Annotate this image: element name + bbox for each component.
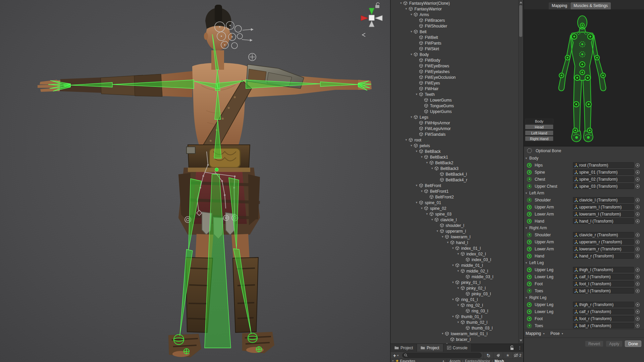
scroll-down-icon[interactable] bbox=[520, 340, 522, 342]
tree-item-bracer-l[interactable]: bracer_l bbox=[391, 337, 519, 342]
pose-menu[interactable]: Pose ▼ bbox=[550, 331, 564, 336]
tab-muscles-settings[interactable]: Muscles & Settings bbox=[571, 2, 611, 9]
tree-item-fwshoulder[interactable]: FWShoulder bbox=[391, 23, 519, 29]
tree-item-middle-01-l[interactable]: ▼middle_01_l bbox=[391, 262, 519, 268]
tree-item-root[interactable]: ▼root bbox=[391, 137, 519, 143]
bone-object-field[interactable]: thigh_r (Transform) bbox=[573, 302, 634, 307]
tree-item-fweyebrows[interactable]: FWEyeBrows bbox=[391, 63, 519, 69]
tree-item-beltfront[interactable]: ▼BeltFront bbox=[391, 183, 519, 188]
tree-item-shoulder-l[interactable]: shoulder_l bbox=[391, 223, 519, 228]
foldout-icon[interactable]: ▼ bbox=[451, 297, 455, 302]
foldout-icon[interactable]: ▼ bbox=[425, 160, 429, 166]
tree-item-ring-02-l[interactable]: ▼ring_02_l bbox=[391, 302, 519, 308]
create-asset-button[interactable]: +▼ bbox=[392, 353, 400, 358]
bone-object-field[interactable]: lowerarm_r (Transform) bbox=[573, 246, 634, 252]
object-picker-icon[interactable] bbox=[636, 233, 640, 237]
object-picker-icon[interactable] bbox=[636, 219, 640, 223]
foldout-icon[interactable]: ▼ bbox=[409, 12, 414, 17]
bone-section-body[interactable]: ▼Body bbox=[524, 155, 644, 162]
foldout-icon[interactable]: ▼ bbox=[440, 234, 445, 240]
object-picker-icon[interactable] bbox=[636, 324, 640, 328]
bone-object-field[interactable]: upperarm_r (Transform) bbox=[573, 239, 634, 245]
foldout-icon[interactable]: ▼ bbox=[430, 217, 434, 223]
search-field[interactable] bbox=[402, 353, 482, 358]
tree-item-index-01-l[interactable]: ▼index_01_l bbox=[391, 245, 519, 251]
search-input[interactable] bbox=[409, 353, 480, 357]
tree-item-belt[interactable]: ▼Belt bbox=[391, 29, 519, 35]
tree-item-lowerarm-l[interactable]: ▼lowerarm_l bbox=[391, 234, 519, 240]
tree-item-beltback4-l[interactable]: BeltBack4_l bbox=[391, 171, 519, 177]
tree-item-beltback2[interactable]: ▼BeltBack2 bbox=[391, 160, 519, 166]
object-picker-icon[interactable] bbox=[636, 205, 640, 209]
object-picker-icon[interactable] bbox=[636, 198, 640, 202]
tree-item-fwskirt[interactable]: FWSkirt bbox=[391, 46, 519, 52]
tree-item-beltfront1[interactable]: ▼BeltFront1 bbox=[391, 188, 519, 194]
tree-item-pinky-02-l[interactable]: ▼pinky_02_l bbox=[391, 285, 519, 291]
favorite-star-icon[interactable]: ★ bbox=[503, 352, 513, 359]
tree-item-thumb-02-l[interactable]: ▼thumb_02_l bbox=[391, 319, 519, 325]
tree-item-hand-l[interactable]: ▼hand_l bbox=[391, 240, 519, 245]
foldout-icon[interactable]: ▼ bbox=[420, 154, 424, 160]
tree-item-body[interactable]: ▼Body bbox=[391, 52, 519, 57]
tree-item-beltback1[interactable]: ▼BeltBack1 bbox=[391, 154, 519, 160]
collapse-icon[interactable]: ▲ bbox=[442, 359, 445, 362]
object-picker-icon[interactable] bbox=[636, 303, 640, 307]
tree-item-middle-03-l[interactable]: middle_03_l bbox=[391, 274, 519, 280]
foldout-icon[interactable]: ▼ bbox=[409, 52, 414, 57]
tree-item-ring-03-l[interactable]: ring_03_l bbox=[391, 308, 519, 314]
foldout-icon[interactable]: ▼ bbox=[525, 157, 528, 160]
tree-item-fwhair[interactable]: FWHair bbox=[391, 86, 519, 92]
bone-object-field[interactable]: clavicle_r (Transform) bbox=[573, 232, 634, 238]
foldout-icon[interactable]: ▼ bbox=[451, 314, 455, 319]
bone-object-field[interactable]: lowerarm_l (Transform) bbox=[573, 211, 634, 217]
tree-item-fwsandals[interactable]: FWSandals bbox=[391, 131, 519, 137]
bone-object-field[interactable]: clavicle_l (Transform) bbox=[573, 197, 634, 203]
mapping-menu[interactable]: Mapping ▼ bbox=[526, 331, 545, 336]
object-picker-icon[interactable] bbox=[636, 254, 640, 258]
object-picker-icon[interactable] bbox=[636, 212, 640, 216]
foldout-icon[interactable]: ▼ bbox=[409, 114, 414, 120]
tree-item-arms[interactable]: ▼Arms bbox=[391, 12, 519, 17]
tree-item-fwbelt[interactable]: FWBelt bbox=[391, 35, 519, 40]
tree-item-pelvis[interactable]: ▼pelvis bbox=[391, 143, 519, 148]
bone-object-field[interactable]: foot_r (Transform) bbox=[573, 316, 634, 321]
tree-item-lowergums[interactable]: LowerGums bbox=[391, 97, 519, 103]
tree-item-fweyes[interactable]: FWEyes bbox=[391, 80, 519, 86]
foldout-icon[interactable]: ▼ bbox=[525, 261, 528, 264]
done-button[interactable]: Done bbox=[625, 341, 641, 347]
foldout-icon[interactable]: ▼ bbox=[451, 245, 455, 251]
part-button-right-hand[interactable]: Right Hand bbox=[525, 136, 553, 141]
tree-item-ring-01-l[interactable]: ▼ring_01_l bbox=[391, 297, 519, 302]
part-button-head[interactable]: Head bbox=[525, 124, 553, 129]
bone-section-left-arm[interactable]: ▼Left Arm bbox=[524, 190, 644, 196]
object-picker-icon[interactable] bbox=[636, 289, 640, 293]
foldout-icon[interactable]: ▼ bbox=[404, 6, 409, 12]
foldout-icon[interactable]: ▼ bbox=[525, 192, 528, 195]
foldout-icon[interactable]: ▼ bbox=[456, 285, 461, 291]
scene-canvas[interactable] bbox=[0, 0, 390, 362]
tree-item-beltback3[interactable]: ▼BeltBack3 bbox=[391, 166, 519, 171]
favorites-section[interactable]: ▼ ★ Favorites ▲ bbox=[391, 359, 447, 362]
foldout-icon[interactable]: ▼ bbox=[435, 228, 440, 234]
label-icon[interactable] bbox=[493, 352, 503, 359]
lock-icon[interactable] bbox=[510, 346, 514, 350]
bone-object-field[interactable]: upperarm_l (Transform) bbox=[573, 204, 634, 210]
foldout-icon[interactable]: ▼ bbox=[525, 296, 528, 299]
breadcrumb-assets[interactable]: Assets bbox=[449, 359, 461, 362]
bone-object-field[interactable]: spine_01 (Transform) bbox=[573, 169, 634, 175]
tree-item-fweyelashes[interactable]: FWEyelashes bbox=[391, 69, 519, 74]
bone-object-field[interactable]: calf_l (Transform) bbox=[573, 274, 634, 280]
tree-item-index-02-l[interactable]: ▼index_02_l bbox=[391, 251, 519, 257]
bone-object-field[interactable]: spine_02 (Transform) bbox=[573, 176, 634, 182]
foldout-icon[interactable]: ▼ bbox=[451, 262, 455, 268]
object-picker-icon[interactable] bbox=[636, 177, 640, 181]
object-picker-icon[interactable] bbox=[636, 317, 640, 321]
tree-item-thumb-01-l[interactable]: ▼thumb_01_l bbox=[391, 314, 519, 319]
tree-item-spine-01[interactable]: ▼spine_01 bbox=[391, 200, 519, 205]
tab-project-1[interactable]: Project bbox=[417, 344, 443, 352]
foldout-icon[interactable]: ▼ bbox=[399, 0, 403, 6]
tab-console-2[interactable]: Console bbox=[443, 344, 472, 352]
foldout-icon[interactable]: ▼ bbox=[415, 200, 419, 205]
foldout-icon[interactable]: ▼ bbox=[392, 360, 394, 362]
foldout-icon[interactable]: ▼ bbox=[425, 211, 429, 217]
